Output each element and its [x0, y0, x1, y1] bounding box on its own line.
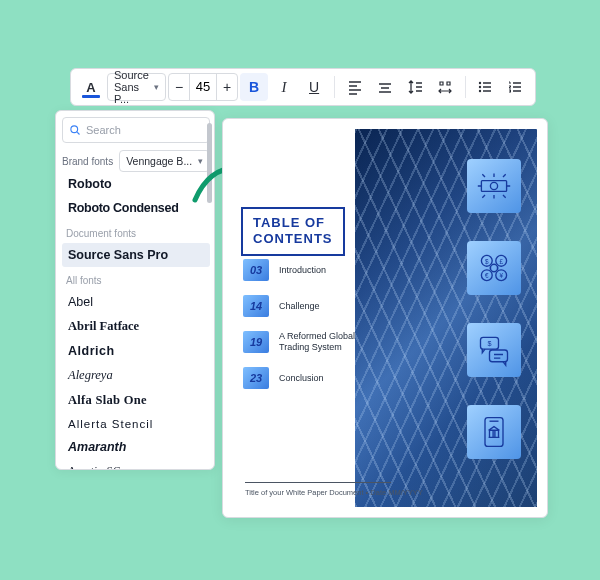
money-gear-icon — [476, 168, 512, 204]
document-canvas[interactable]: TABLE OF CONTENTS 03 Introduction 14 Cha… — [222, 118, 548, 518]
toc-item-label: Challenge — [279, 301, 320, 312]
bold-button[interactable]: B — [240, 73, 268, 101]
font-option-roboto[interactable]: Roboto — [62, 172, 210, 196]
search-icon — [69, 124, 81, 136]
bullet-list-icon — [477, 79, 493, 95]
formatting-toolbar: A Source Sans P... ▾ − 45 + B I U — [70, 68, 536, 106]
toc-page-number: 14 — [243, 295, 269, 317]
line-spacing-icon — [407, 79, 423, 95]
italic-button[interactable]: I — [270, 73, 298, 101]
brand-fonts-label: Brand fonts — [62, 156, 113, 167]
font-option-alfa-slab-one[interactable]: Alfa Slab One — [62, 388, 210, 413]
toc-item[interactable]: 03 Introduction — [243, 259, 379, 281]
bold-glyph: B — [249, 79, 259, 95]
numbered-list-button[interactable] — [501, 73, 529, 101]
font-option-source-sans-pro[interactable]: Source Sans Pro — [62, 243, 210, 267]
search-placeholder: Search — [86, 124, 121, 136]
toc-page-number: 19 — [243, 331, 269, 353]
font-option-aldrich[interactable]: Aldrich — [62, 339, 210, 363]
svg-text:¥: ¥ — [499, 272, 503, 279]
toc-list: 03 Introduction 14 Challenge 19 A Reform… — [243, 259, 379, 403]
font-option-amaranth[interactable]: Amaranth — [62, 435, 210, 459]
toc-item-label: Introduction — [279, 265, 326, 276]
currency-exchange-icon: $£€¥ — [476, 250, 512, 286]
brand-kit-value: Venngage B... — [126, 155, 192, 167]
icon-card-chat[interactable]: $ — [467, 323, 521, 377]
letter-spacing-button[interactable] — [431, 73, 459, 101]
toc-item[interactable]: 14 Challenge — [243, 295, 379, 317]
align-left-icon — [347, 79, 363, 95]
chevron-down-icon: ▾ — [154, 82, 159, 92]
toc-item[interactable]: 23 Conclusion — [243, 367, 379, 389]
toc-heading-line2: CONTENTS — [253, 231, 333, 247]
svg-point-1 — [479, 86, 481, 88]
text-color-glyph: A — [86, 80, 95, 95]
font-family-select[interactable]: Source Sans P... ▾ — [107, 73, 166, 101]
numbered-list-icon — [507, 79, 523, 95]
align-left-button[interactable] — [341, 73, 369, 101]
toc-heading-box[interactable]: TABLE OF CONTENTS — [241, 207, 345, 256]
italic-glyph: I — [282, 79, 287, 96]
toc-item[interactable]: 19 A Reformed Global Trading System — [243, 331, 379, 353]
font-size-value[interactable]: 45 — [189, 74, 217, 100]
bullet-list-button[interactable] — [471, 73, 499, 101]
toc-heading-line1: TABLE OF — [253, 215, 333, 231]
text-color-indicator — [82, 95, 100, 98]
font-option-amatic-sc[interactable]: Amatic SC — [62, 459, 210, 470]
letter-spacing-icon — [437, 79, 453, 95]
increase-size-button[interactable]: + — [217, 79, 237, 95]
svg-point-5 — [490, 182, 497, 189]
footer-text[interactable]: Title of your White Paper Document • Dat… — [245, 488, 423, 497]
font-search-input[interactable]: Search — [62, 117, 210, 143]
font-option-abril-fatface[interactable]: Abril Fatface — [62, 314, 210, 339]
svg-text:€: € — [485, 272, 489, 279]
font-option-alegreya[interactable]: Alegreya — [62, 363, 210, 388]
document-fonts-label: Document fonts — [62, 220, 210, 243]
svg-text:$: $ — [485, 258, 489, 265]
svg-text:£: £ — [499, 258, 503, 265]
font-option-allerta-stencil[interactable]: Allerta Stencil — [62, 413, 210, 435]
align-vertical-button[interactable] — [371, 73, 399, 101]
svg-rect-18 — [485, 418, 503, 447]
icon-card-currency[interactable]: $£€¥ — [467, 241, 521, 295]
icon-card-money[interactable] — [467, 159, 521, 213]
footer-rule — [245, 482, 391, 483]
line-spacing-button[interactable] — [401, 73, 429, 101]
svg-text:$: $ — [488, 339, 492, 348]
document-page: TABLE OF CONTENTS 03 Introduction 14 Cha… — [233, 129, 537, 507]
underline-button[interactable]: U — [300, 73, 328, 101]
decrease-size-button[interactable]: − — [169, 79, 189, 95]
align-vertical-icon — [377, 79, 393, 95]
svg-point-3 — [71, 126, 78, 133]
toc-page-number: 03 — [243, 259, 269, 281]
font-family-label: Source Sans P... — [114, 69, 150, 105]
chat-bubbles-icon: $ — [476, 332, 512, 368]
toc-item-label: A Reformed Global Trading System — [279, 331, 379, 353]
svg-point-14 — [490, 264, 497, 271]
underline-glyph: U — [309, 79, 319, 95]
all-fonts-label: All fonts — [62, 267, 210, 290]
font-option-roboto-condensed[interactable]: Roboto Condensed — [62, 196, 210, 220]
font-option-abel[interactable]: Abel — [62, 290, 210, 314]
svg-rect-17 — [490, 350, 508, 362]
font-size-stepper: − 45 + — [168, 73, 238, 101]
icon-card-bank[interactable] — [467, 405, 521, 459]
svg-point-2 — [479, 90, 481, 92]
toc-page-number: 23 — [243, 367, 269, 389]
mobile-bank-icon — [476, 414, 512, 450]
svg-point-0 — [479, 82, 481, 84]
text-color-button[interactable]: A — [77, 73, 105, 101]
toc-item-label: Conclusion — [279, 373, 324, 384]
